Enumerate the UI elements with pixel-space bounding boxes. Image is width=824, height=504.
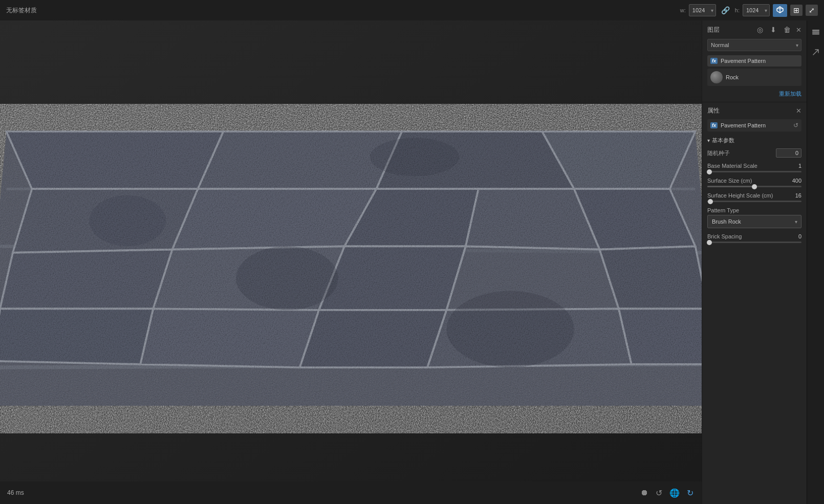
app-title: 无标签材质: [6, 6, 676, 15]
brick-spacing-label-row: Brick Spacing 0: [707, 233, 801, 239]
viewport-icons: ⏺ ↺ 🌐 ↻: [639, 487, 695, 499]
pattern-type-dropdown-wrap: Brush Rock Regular Random: [707, 215, 801, 228]
param-pattern-type: Pattern Type Brush Rock Regular Random: [707, 207, 801, 228]
import-layer-button[interactable]: ⬇: [768, 25, 778, 35]
base-material-scale-label-row: Base Material Scale 1: [707, 163, 801, 169]
layer-fx-badge-pavement: fx: [710, 58, 718, 64]
param-base-material-scale: Base Material Scale 1: [707, 163, 801, 172]
delete-layer-button[interactable]: 🗑: [782, 25, 793, 35]
svg-marker-26: [619, 309, 702, 364]
svg-point-30: [89, 195, 166, 247]
layer-thumb-rock: [710, 71, 723, 83]
new-layer-button[interactable]: ◎: [755, 25, 765, 35]
layer-name-pavement: Pavement Pattern: [721, 58, 798, 64]
svg-rect-33: [812, 32, 819, 33]
surface-size-label-row: Surface Size (cm) 400: [707, 178, 801, 184]
svg-marker-23: [140, 309, 319, 367]
random-seed-label-row: 随机种子: [707, 148, 801, 158]
reload-link[interactable]: 重新加载: [707, 90, 801, 98]
svg-marker-22: [0, 250, 172, 309]
base-material-scale-label: Base Material Scale: [707, 163, 757, 169]
layer-name-rock: Rock: [726, 74, 798, 80]
svg-marker-24: [300, 310, 447, 367]
svg-rect-32: [812, 30, 819, 31]
param-surface-size: Surface Size (cm) 400: [707, 178, 801, 187]
blend-mode-select[interactable]: Normal Multiply Screen Overlay: [707, 39, 801, 51]
surface-size-label: Surface Size (cm): [707, 178, 752, 184]
layers-icon-button[interactable]: [809, 26, 822, 40]
random-seed-input[interactable]: [776, 148, 801, 158]
param-surface-height-scale: Surface Height Scale (cm) 16: [707, 192, 801, 202]
width-label: w:: [680, 7, 686, 13]
pattern-type-select[interactable]: Brush Rock Regular Random: [707, 215, 801, 228]
surface-height-scale-label: Surface Height Scale (cm): [707, 192, 773, 199]
right-panel: 图层 ◎ ⬇ 🗑 ✕ Normal Multiply Screen Overla…: [702, 20, 807, 504]
pattern-type-label: Pattern Type: [707, 207, 739, 213]
surface-size-slider[interactable]: [707, 186, 801, 187]
brick-spacing-label: Brick Spacing: [707, 233, 742, 239]
properties-fx-name: Pavement Pattern: [721, 122, 790, 128]
fps-counter: 46 ms: [7, 489, 24, 496]
height-label: h:: [735, 7, 740, 13]
layers-section: 图层 ◎ ⬇ 🗑 ✕ Normal Multiply Screen Overla…: [702, 20, 807, 102]
globe-button[interactable]: 🌐: [668, 487, 681, 499]
base-material-scale-slider[interactable]: [707, 171, 801, 172]
param-random-seed: 随机种子: [707, 148, 801, 158]
share-icon-button[interactable]: [809, 46, 822, 60]
blend-mode-select-wrap: Normal Multiply Screen Overlay: [707, 39, 801, 51]
layer-item-rock[interactable]: Rock: [707, 69, 801, 86]
brick-spacing-value: 0: [798, 233, 801, 239]
spinner-button[interactable]: ↻: [686, 487, 695, 499]
svg-point-29: [446, 291, 574, 368]
properties-section: 属性 ✕ fx Pavement Pattern ↺ ▾ 基本参数 随机种子: [702, 102, 807, 504]
layer-item-pavement[interactable]: fx Pavement Pattern: [707, 55, 801, 67]
svg-point-28: [236, 246, 338, 310]
height-select[interactable]: 512 1024 2048 4096: [743, 4, 770, 16]
viewport-bottom-bar: 46 ms ⏺ ↺ 🌐 ↻: [0, 481, 702, 504]
grid-view-button[interactable]: ⊞: [790, 5, 803, 16]
lock-button[interactable]: 🔗: [719, 5, 732, 15]
main-area: 46 ms ⏺ ↺ 🌐 ↻ 图层 ◎ ⬇ 🗑 ✕: [0, 20, 824, 504]
surface-height-scale-slider[interactable]: [707, 201, 801, 202]
stone-texture-bg: [0, 20, 702, 504]
random-seed-label: 随机种子: [707, 149, 730, 157]
layers-title: 图层: [707, 26, 720, 34]
width-select-wrap: 512 1024 2048 4096: [689, 4, 716, 16]
properties-header: 属性 ✕: [707, 106, 801, 115]
surface-height-scale-label-row: Surface Height Scale (cm) 16: [707, 192, 801, 199]
base-material-scale-value: 1: [798, 163, 801, 169]
pattern-type-label-row: Pattern Type: [707, 207, 801, 213]
layers-close-button[interactable]: ✕: [796, 26, 801, 34]
svg-marker-13: [172, 189, 377, 249]
surface-height-scale-value: 16: [795, 192, 801, 199]
basic-params-collapse[interactable]: ▾ 基本参数: [707, 137, 801, 144]
height-select-wrap: 512 1024 2048 4096: [743, 4, 770, 16]
camera-button[interactable]: ⏺: [639, 487, 649, 498]
svg-marker-27: [0, 309, 153, 364]
collapse-arrow-icon: ▾: [707, 138, 710, 143]
properties-close-button[interactable]: ✕: [796, 107, 801, 115]
svg-marker-12: [6, 132, 223, 189]
svg-point-31: [370, 138, 459, 176]
topbar-controls: w: 512 1024 2048 4096 🔗 h: 512 1024 2048…: [680, 4, 818, 17]
svg-marker-19: [319, 246, 466, 310]
topbar: 无标签材质 w: 512 1024 2048 4096 🔗 h: 512 102…: [0, 0, 824, 20]
layers-header: 图层 ◎ ⬇ 🗑 ✕: [707, 25, 801, 35]
basic-params-label: 基本参数: [712, 137, 734, 144]
3d-view-button[interactable]: [773, 4, 787, 17]
far-right-bar: [807, 20, 824, 504]
properties-fx-badge: fx: [710, 122, 718, 128]
properties-fx-row: fx Pavement Pattern ↺: [707, 119, 801, 132]
expand-button[interactable]: ⤢: [806, 5, 818, 16]
surface-size-value: 400: [792, 178, 801, 184]
properties-title: 属性: [707, 106, 720, 115]
svg-marker-21: [600, 246, 702, 309]
param-brick-spacing: Brick Spacing 0: [707, 233, 801, 243]
refresh-button[interactable]: ↺: [655, 487, 663, 499]
svg-rect-34: [812, 33, 819, 35]
brick-spacing-slider[interactable]: [707, 242, 801, 243]
properties-reset-button[interactable]: ↺: [793, 122, 798, 129]
viewport: 46 ms ⏺ ↺ 🌐 ↻: [0, 20, 702, 504]
width-select[interactable]: 512 1024 2048 4096: [689, 4, 716, 16]
